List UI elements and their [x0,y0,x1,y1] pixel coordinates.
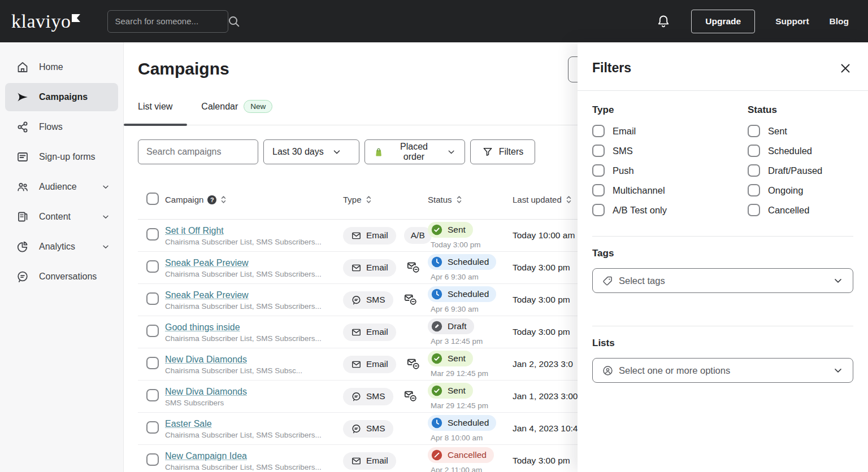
filter-checkbox-ab-test-only[interactable]: A/B Test only [592,204,748,216]
contact-icon [602,365,614,377]
checkbox[interactable] [748,184,760,196]
checkbox[interactable] [592,184,605,196]
tab-calendar[interactable]: Calendar New [187,100,287,125]
sort-icon[interactable] [366,195,372,204]
type-label: Email [366,359,388,369]
filter-checkbox-cancelled[interactable]: Cancelled [748,204,853,216]
campaign-link[interactable]: Sneak Peak Preview [165,258,249,268]
filter-checkbox-email[interactable]: Email [592,125,748,137]
type-chip-sms: SMS [343,388,393,405]
type-label: Email [366,456,388,466]
status-pill-sent: Sent [428,351,473,366]
sidebar-item-signup-forms[interactable]: Sign-up forms [5,143,118,171]
sidebar-item-analytics[interactable]: Analytics [5,233,118,261]
checkbox[interactable] [748,164,760,177]
filter-checkbox-multichannel[interactable]: Multichannel [592,184,748,196]
top-bar: klaviyo Upgrade Support Blog [0,0,868,42]
checkbox[interactable] [748,204,760,216]
checkbox[interactable] [748,145,760,157]
status-label: Draft [448,321,467,331]
tab-list-view[interactable]: List view [124,100,187,125]
sidebar-item-audience[interactable]: Audience [5,173,118,201]
sidebar-item-label: Audience [39,182,77,192]
row-checkbox[interactable] [146,453,159,466]
blog-link[interactable]: Blog [830,16,849,27]
checkbox-label: Push [613,165,634,176]
filter-checkbox-draft-paused[interactable]: Draft/Paused [748,164,853,177]
campaigns-send-icon [16,90,29,104]
notifications-bell-icon[interactable] [656,14,671,29]
sort-icon[interactable] [566,195,572,204]
search-campaigns-input[interactable] [138,139,258,164]
sidebar: Home Campaigns Flows Sign-up forms Audie… [0,42,124,472]
filter-checkbox-scheduled[interactable]: Scheduled [748,145,853,157]
campaign-link[interactable]: New Diva Diamonds [165,355,247,365]
campaign-link[interactable]: New Diva Diamonds [165,387,247,397]
filters-panel: Filters Type Email SMS Push Multichannel… [578,42,868,472]
sidebar-item-content[interactable]: Content [5,203,118,231]
sidebar-item-campaigns[interactable]: Campaigns [5,83,118,111]
filters-button[interactable]: Filters [470,139,535,164]
tags-placeholder: Select tags [619,276,665,286]
tags-select[interactable]: Select tags [592,268,853,293]
conversion-metric-select[interactable]: Placed order [364,139,465,164]
filter-checkbox-push[interactable]: Push [592,164,748,177]
checkbox[interactable] [592,145,605,157]
sort-icon[interactable] [456,195,462,204]
sort-icon[interactable] [220,195,227,204]
select-all-checkbox[interactable] [146,193,159,205]
sidebar-item-conversations[interactable]: Conversations [5,263,118,291]
content-icon [16,210,29,224]
filter-checkbox-ongoing[interactable]: Ongoing [748,184,853,196]
campaign-link[interactable]: Sneak Peak Preview [165,290,249,300]
date-range-select[interactable]: Last 30 days [263,139,359,164]
help-icon[interactable]: ? [207,195,216,204]
email-icon [351,263,362,273]
sidebar-item-home[interactable]: Home [5,53,118,81]
global-search-input[interactable] [115,16,227,26]
campaign-link[interactable]: Easter Sale [165,419,212,429]
lists-select[interactable]: Select one or more options [592,358,853,383]
row-checkbox[interactable] [146,325,159,337]
clock-circle-icon [431,256,443,268]
email-icon [351,456,362,466]
upgrade-button[interactable]: Upgrade [691,10,755,33]
close-icon[interactable] [839,62,852,75]
checkbox-label: Sent [768,126,787,137]
row-checkbox[interactable] [146,421,159,434]
campaign-link[interactable]: New Campaign Idea [165,451,247,461]
filter-checkbox-sms[interactable]: SMS [592,145,748,157]
checkbox[interactable] [592,164,605,177]
filters-button-label: Filters [499,147,524,157]
row-checkbox[interactable] [146,260,159,273]
row-checkbox[interactable] [146,228,159,241]
checkbox-label: Email [613,126,636,137]
status-date: Apr 6 9:30 am [428,273,513,281]
checkbox[interactable] [592,204,605,216]
checkbox[interactable] [592,125,605,137]
sidebar-item-flows[interactable]: Flows [5,113,118,141]
filter-checkbox-sent[interactable]: Sent [748,125,853,137]
support-link[interactable]: Support [775,16,809,27]
campaign-link[interactable]: Set it Off Right [165,226,224,236]
status-label: Scheduled [448,289,489,299]
tags-label: Tags [592,248,853,259]
sidebar-item-label: Sign-up forms [39,152,96,162]
status-pill-scheduled: Scheduled [428,286,496,302]
column-status: Status [428,195,452,204]
global-search[interactable] [107,10,228,33]
chevron-down-icon [832,275,844,286]
campaign-audience: Chairisma Subscriber List, SMS Subscribe… [165,463,343,471]
chevron-down-icon [332,147,342,157]
status-pill-sent: Sent [428,222,473,238]
status-date: Apr 3 12:45 pm [428,337,513,346]
row-checkbox[interactable] [146,389,159,401]
campaign-link[interactable]: Good things inside [165,322,240,333]
checkbox-label: A/B Test only [613,205,667,216]
klaviyo-logo[interactable]: klaviyo [11,11,80,32]
row-checkbox[interactable] [146,357,159,369]
row-checkbox[interactable] [146,292,159,305]
checkbox[interactable] [748,125,760,137]
multichannel-icon [406,357,421,372]
sms-icon [351,295,362,305]
